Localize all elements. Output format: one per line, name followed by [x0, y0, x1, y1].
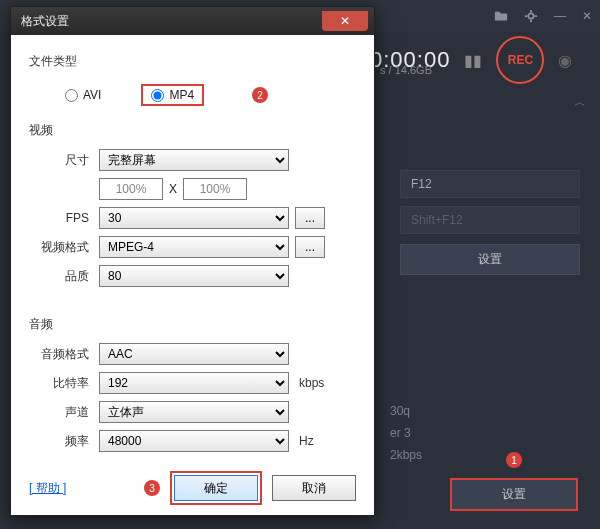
fps-more-button[interactable]: ...: [295, 207, 325, 229]
ok-button[interactable]: 确定: [174, 475, 258, 501]
file-type-row: AVI MP4 2: [29, 80, 356, 116]
file-type-label: 文件类型: [29, 53, 356, 70]
chevron-up-icon[interactable]: ︿: [574, 94, 586, 111]
dialog-titlebar[interactable]: 格式设置 ✕: [11, 7, 374, 35]
mp4-radio[interactable]: MP4: [151, 88, 194, 102]
hotkey-field-1[interactable]: F12: [400, 170, 580, 198]
bitrate-label: 比特率: [29, 375, 99, 392]
freq-unit: Hz: [299, 434, 314, 448]
quality-select[interactable]: 80: [99, 265, 289, 287]
record-button[interactable]: REC: [496, 36, 544, 84]
settings-button-lower[interactable]: 设置: [450, 478, 578, 511]
dialog-footer: [ 帮助 ] 3 确定 取消: [29, 475, 356, 501]
minimize-icon[interactable]: —: [554, 9, 566, 23]
vcodec-label: 视频格式: [29, 239, 99, 256]
size-select[interactable]: 完整屏幕: [99, 149, 289, 171]
x-separator: X: [169, 182, 177, 196]
settings-button-upper[interactable]: 设置: [400, 244, 580, 275]
bitrate-unit: kbps: [299, 376, 324, 390]
timer-row: 0:00:00 ▮▮ REC ◉: [370, 36, 590, 84]
help-link[interactable]: [ 帮助 ]: [29, 480, 66, 497]
video-section-label: 视频: [29, 122, 356, 139]
fps-select[interactable]: 30: [99, 207, 289, 229]
freq-label: 频率: [29, 433, 99, 450]
avi-radio[interactable]: AVI: [65, 88, 101, 102]
size-percent-row: X: [99, 178, 356, 200]
svg-point-0: [528, 13, 533, 18]
mp4-radio-input[interactable]: [151, 89, 164, 102]
badge-2: 2: [252, 87, 268, 103]
info-line: 30q: [390, 400, 580, 422]
format-settings-dialog: 格式设置 ✕ 文件类型 AVI MP4 2 视频 尺寸 完整屏幕: [10, 6, 375, 516]
height-percent: [183, 178, 247, 200]
channel-select[interactable]: 立体声: [99, 401, 289, 423]
avi-label: AVI: [83, 88, 101, 102]
fps-label: FPS: [29, 211, 99, 225]
camera-icon[interactable]: ◉: [558, 51, 572, 70]
size-label: 尺寸: [29, 152, 99, 169]
audio-section-label: 音频: [29, 316, 356, 333]
quality-label: 品质: [29, 268, 99, 285]
info-line: er 3: [390, 422, 580, 444]
dialog-title: 格式设置: [21, 13, 69, 30]
video-form: 尺寸 完整屏幕 X FPS 30 ... 视频格式 MPEG-4 ... 品质 …: [29, 149, 356, 287]
close-icon[interactable]: ✕: [322, 11, 368, 31]
audio-form: 音频格式 AAC 比特率 192 kbps 声道 立体声 频率 48000 Hz: [29, 343, 356, 452]
acodec-select[interactable]: AAC: [99, 343, 289, 365]
pause-icon[interactable]: ▮▮: [464, 51, 482, 70]
badge-3: 3: [144, 480, 160, 496]
folder-icon[interactable]: [494, 9, 508, 23]
cancel-button[interactable]: 取消: [272, 475, 356, 501]
hotkey-field-2[interactable]: Shift+F12: [400, 206, 580, 234]
vcodec-more-button[interactable]: ...: [295, 236, 325, 258]
acodec-label: 音频格式: [29, 346, 99, 363]
channel-label: 声道: [29, 404, 99, 421]
close-icon[interactable]: ✕: [582, 9, 592, 23]
width-percent: [99, 178, 163, 200]
avi-radio-input[interactable]: [65, 89, 78, 102]
freq-select[interactable]: 48000: [99, 430, 289, 452]
gear-icon[interactable]: [524, 9, 538, 23]
dialog-body: 文件类型 AVI MP4 2 视频 尺寸 完整屏幕 X: [11, 35, 374, 462]
bottom-settings-area: 1 设置: [450, 452, 578, 511]
mp4-highlight: MP4: [141, 84, 204, 106]
badge-1: 1: [506, 452, 522, 468]
vcodec-select[interactable]: MPEG-4: [99, 236, 289, 258]
mp4-label: MP4: [169, 88, 194, 102]
bitrate-select[interactable]: 192: [99, 372, 289, 394]
storage-info: s / 14.6GB: [380, 64, 432, 76]
hotkey-panel: F12 Shift+F12 设置: [400, 170, 580, 275]
